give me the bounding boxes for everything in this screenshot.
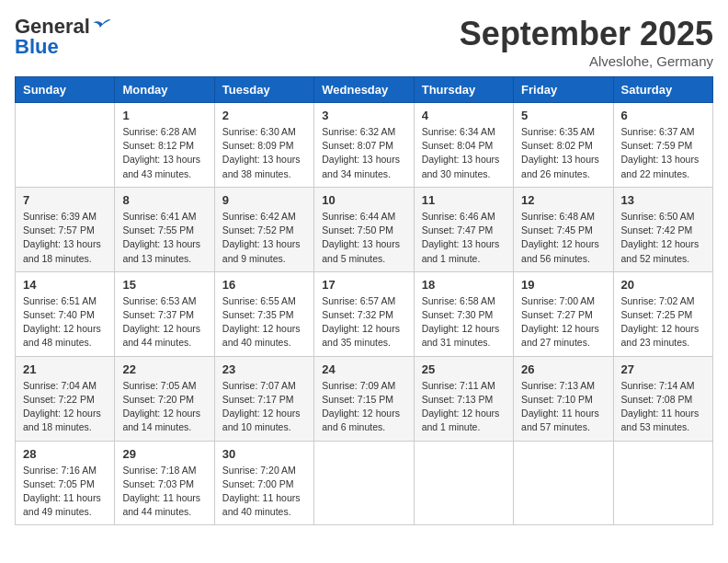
calendar-cell: 14Sunrise: 6:51 AMSunset: 7:40 PMDayligh… — [16, 271, 115, 356]
calendar-cell: 22Sunrise: 7:05 AMSunset: 7:20 PMDayligh… — [115, 356, 214, 441]
day-number: 25 — [422, 362, 506, 376]
day-info: Sunrise: 6:53 AMSunset: 7:37 PMDaylight:… — [122, 294, 206, 350]
calendar-cell: 26Sunrise: 7:13 AMSunset: 7:10 PMDayligh… — [514, 356, 613, 441]
day-number: 28 — [23, 447, 107, 461]
day-info: Sunrise: 6:34 AMSunset: 8:04 PMDaylight:… — [422, 125, 506, 181]
day-info: Sunrise: 7:04 AMSunset: 7:22 PMDaylight:… — [23, 379, 107, 435]
day-info: Sunrise: 6:57 AMSunset: 7:32 PMDaylight:… — [322, 294, 405, 350]
day-info: Sunrise: 7:14 AMSunset: 7:08 PMDaylight:… — [621, 379, 705, 435]
day-info: Sunrise: 6:51 AMSunset: 7:40 PMDaylight:… — [23, 294, 107, 350]
logo: General Blue — [15, 15, 112, 59]
calendar-cell — [16, 103, 115, 188]
day-number: 7 — [23, 193, 107, 207]
calendar-cell: 10Sunrise: 6:44 AMSunset: 7:50 PMDayligh… — [314, 187, 414, 271]
day-info: Sunrise: 7:09 AMSunset: 7:15 PMDaylight:… — [322, 379, 405, 435]
day-number: 18 — [422, 278, 506, 292]
month-title: September 2025 — [460, 15, 713, 53]
day-info: Sunrise: 7:11 AMSunset: 7:13 PMDaylight:… — [422, 379, 506, 435]
calendar-cell: 15Sunrise: 6:53 AMSunset: 7:37 PMDayligh… — [115, 271, 214, 356]
column-header-monday: Monday — [115, 77, 214, 103]
day-number: 21 — [23, 362, 107, 376]
day-info: Sunrise: 6:48 AMSunset: 7:45 PMDaylight:… — [521, 210, 605, 266]
calendar-cell — [514, 441, 613, 525]
day-info: Sunrise: 6:46 AMSunset: 7:47 PMDaylight:… — [422, 210, 506, 266]
day-number: 2 — [222, 109, 306, 122]
calendar-cell: 27Sunrise: 7:14 AMSunset: 7:08 PMDayligh… — [613, 356, 712, 441]
calendar-cell: 30Sunrise: 7:20 AMSunset: 7:00 PMDayligh… — [214, 441, 313, 525]
day-number: 19 — [521, 278, 605, 292]
day-info: Sunrise: 6:30 AMSunset: 8:09 PMDaylight:… — [222, 125, 306, 181]
day-number: 15 — [122, 278, 206, 292]
day-number: 27 — [621, 362, 705, 376]
day-number: 26 — [521, 362, 605, 376]
calendar-cell: 13Sunrise: 6:50 AMSunset: 7:42 PMDayligh… — [613, 187, 712, 271]
calendar-cell — [414, 441, 513, 525]
calendar-cell: 24Sunrise: 7:09 AMSunset: 7:15 PMDayligh… — [314, 356, 414, 441]
column-header-saturday: Saturday — [613, 77, 712, 103]
column-header-thursday: Thursday — [414, 77, 513, 103]
column-header-sunday: Sunday — [16, 77, 115, 103]
day-number: 11 — [422, 193, 506, 207]
day-info: Sunrise: 6:37 AMSunset: 7:59 PMDaylight:… — [621, 125, 705, 181]
calendar-cell: 28Sunrise: 7:16 AMSunset: 7:05 PMDayligh… — [16, 441, 115, 525]
day-info: Sunrise: 6:44 AMSunset: 7:50 PMDaylight:… — [322, 210, 405, 266]
calendar-week-3: 14Sunrise: 6:51 AMSunset: 7:40 PMDayligh… — [16, 271, 713, 356]
calendar-week-1: 1Sunrise: 6:28 AMSunset: 8:12 PMDaylight… — [16, 103, 713, 188]
calendar-week-2: 7Sunrise: 6:39 AMSunset: 7:57 PMDaylight… — [16, 187, 713, 271]
day-number: 5 — [521, 109, 605, 122]
day-info: Sunrise: 7:00 AMSunset: 7:27 PMDaylight:… — [521, 294, 605, 350]
calendar-cell: 20Sunrise: 7:02 AMSunset: 7:25 PMDayligh… — [613, 271, 712, 356]
calendar-cell: 18Sunrise: 6:58 AMSunset: 7:30 PMDayligh… — [414, 271, 513, 356]
day-number: 16 — [222, 278, 306, 292]
calendar-cell — [613, 441, 712, 525]
day-info: Sunrise: 7:02 AMSunset: 7:25 PMDaylight:… — [621, 294, 705, 350]
calendar-cell — [314, 441, 414, 525]
day-number: 23 — [222, 362, 306, 376]
day-info: Sunrise: 6:42 AMSunset: 7:52 PMDaylight:… — [222, 210, 306, 266]
day-number: 3 — [322, 109, 405, 122]
day-number: 13 — [621, 193, 705, 207]
day-number: 9 — [222, 193, 306, 207]
day-info: Sunrise: 7:20 AMSunset: 7:00 PMDaylight:… — [222, 464, 306, 520]
calendar-cell: 19Sunrise: 7:00 AMSunset: 7:27 PMDayligh… — [514, 271, 613, 356]
day-info: Sunrise: 7:05 AMSunset: 7:20 PMDaylight:… — [122, 379, 206, 435]
calendar-cell: 4Sunrise: 6:34 AMSunset: 8:04 PMDaylight… — [414, 103, 513, 188]
calendar-cell: 16Sunrise: 6:55 AMSunset: 7:35 PMDayligh… — [214, 271, 313, 356]
day-number: 14 — [23, 278, 107, 292]
day-number: 6 — [621, 109, 705, 122]
day-number: 30 — [222, 447, 306, 461]
calendar-cell: 25Sunrise: 7:11 AMSunset: 7:13 PMDayligh… — [414, 356, 513, 441]
calendar-cell: 11Sunrise: 6:46 AMSunset: 7:47 PMDayligh… — [414, 187, 513, 271]
column-header-friday: Friday — [514, 77, 613, 103]
page-header: General Blue September 2025 Alveslohe, G… — [15, 15, 713, 69]
logo-bird-icon — [92, 17, 112, 37]
calendar-header-row: SundayMondayTuesdayWednesdayThursdayFrid… — [16, 77, 713, 103]
day-number: 8 — [122, 193, 206, 207]
calendar-cell: 17Sunrise: 6:57 AMSunset: 7:32 PMDayligh… — [314, 271, 414, 356]
day-number: 12 — [521, 193, 605, 207]
title-block: September 2025 Alveslohe, Germany — [460, 15, 713, 69]
calendar-cell: 23Sunrise: 7:07 AMSunset: 7:17 PMDayligh… — [214, 356, 313, 441]
logo-blue-text: Blue — [15, 35, 59, 59]
day-number: 20 — [621, 278, 705, 292]
calendar-cell: 6Sunrise: 6:37 AMSunset: 7:59 PMDaylight… — [613, 103, 712, 188]
day-info: Sunrise: 7:18 AMSunset: 7:03 PMDaylight:… — [122, 464, 206, 520]
day-info: Sunrise: 7:13 AMSunset: 7:10 PMDaylight:… — [521, 379, 605, 435]
day-info: Sunrise: 6:41 AMSunset: 7:55 PMDaylight:… — [122, 210, 206, 266]
calendar-cell: 3Sunrise: 6:32 AMSunset: 8:07 PMDaylight… — [314, 103, 414, 188]
calendar-table: SundayMondayTuesdayWednesdayThursdayFrid… — [15, 76, 713, 525]
day-info: Sunrise: 6:28 AMSunset: 8:12 PMDaylight:… — [122, 125, 206, 181]
day-info: Sunrise: 7:07 AMSunset: 7:17 PMDaylight:… — [222, 379, 306, 435]
day-info: Sunrise: 6:55 AMSunset: 7:35 PMDaylight:… — [222, 294, 306, 350]
day-number: 17 — [322, 278, 405, 292]
day-number: 4 — [422, 109, 506, 122]
day-info: Sunrise: 6:35 AMSunset: 8:02 PMDaylight:… — [521, 125, 605, 181]
day-number: 1 — [122, 109, 206, 122]
column-header-tuesday: Tuesday — [214, 77, 313, 103]
column-header-wednesday: Wednesday — [314, 77, 414, 103]
day-info: Sunrise: 6:39 AMSunset: 7:57 PMDaylight:… — [23, 210, 107, 266]
day-info: Sunrise: 6:50 AMSunset: 7:42 PMDaylight:… — [621, 210, 705, 266]
calendar-cell: 7Sunrise: 6:39 AMSunset: 7:57 PMDaylight… — [16, 187, 115, 271]
calendar-cell: 2Sunrise: 6:30 AMSunset: 8:09 PMDaylight… — [214, 103, 313, 188]
calendar-cell: 5Sunrise: 6:35 AMSunset: 8:02 PMDaylight… — [514, 103, 613, 188]
